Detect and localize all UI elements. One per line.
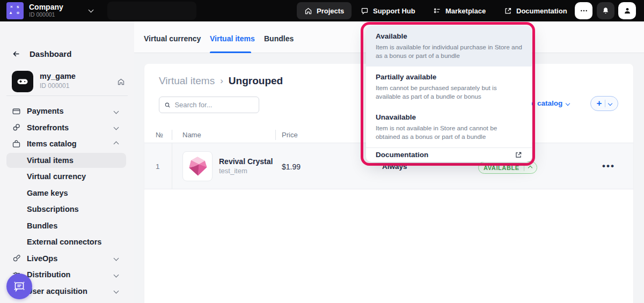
notifications-button[interactable] <box>597 2 614 19</box>
row-number: 1 <box>156 162 160 171</box>
storefronts-icon <box>12 123 21 132</box>
column-name: Name <box>182 131 201 139</box>
sidebar-item-external-connectors[interactable]: External connectors <box>0 234 134 250</box>
chevron-down-icon <box>114 108 119 114</box>
status-dropdown: Available Item is available for individu… <box>366 26 532 162</box>
search-icon <box>164 101 171 109</box>
row-actions-button[interactable]: ••• <box>602 161 615 172</box>
sidebar-item-bundles[interactable]: Bundles <box>0 218 134 234</box>
chevron-down-icon <box>608 101 612 106</box>
topbar-placeholder <box>107 2 196 20</box>
back-to-dashboard[interactable]: Dashboard <box>12 49 71 58</box>
highlight-annotation: Available Item is available for individu… <box>361 22 535 166</box>
option-available[interactable]: Available Item is available for individu… <box>366 26 532 66</box>
chevron-up-icon <box>114 141 119 146</box>
documentation-link[interactable]: Documentation <box>366 147 532 162</box>
project-avatar[interactable] <box>12 71 33 92</box>
marketplace-icon <box>433 7 441 15</box>
projects-button[interactable]: Projects <box>297 2 352 19</box>
sidebar-divider <box>6 95 128 96</box>
external-link-icon <box>504 7 512 15</box>
support-chat-button[interactable] <box>6 274 32 299</box>
support-hub-button[interactable]: Support Hub <box>353 2 423 19</box>
top-bar: ×s ▴o Company ID 000001 Projects Support… <box>0 0 644 21</box>
chevron-down-icon <box>114 289 119 294</box>
sidebar: Dashboard my_game ID 000001 Payments Sto… <box>0 21 134 303</box>
back-arrow-icon <box>12 49 21 58</box>
tab-virtual-currency[interactable]: Virtual currency <box>144 34 201 43</box>
chevron-down-icon <box>566 101 570 105</box>
search-box[interactable] <box>159 97 259 113</box>
project-name: my_game <box>40 72 76 80</box>
column-number: № <box>156 131 163 139</box>
sidebar-item-subscriptions[interactable]: Subscriptions <box>0 201 134 218</box>
breadcrumb-parent[interactable]: Virtual items <box>159 75 215 87</box>
item-sku: test_item <box>219 167 247 175</box>
tab-virtual-items[interactable]: Virtual items <box>210 34 255 43</box>
company-logo[interactable]: ×s ▴o <box>6 2 24 19</box>
project-home-icon[interactable] <box>117 78 125 86</box>
breadcrumb-current: Ungrouped <box>229 75 283 87</box>
back-label: Dashboard <box>30 49 71 58</box>
chevron-down-icon <box>114 272 119 277</box>
liveops-icon <box>12 254 21 263</box>
chevron-down-icon <box>114 125 119 130</box>
search-input[interactable] <box>174 101 254 109</box>
item-name: Revival Crystal <box>219 157 273 166</box>
crystal-image <box>186 154 209 178</box>
company-name: Company <box>29 3 63 11</box>
item-price: $1.99 <box>282 162 301 171</box>
option-unavailable[interactable]: Unavailable Item is not available in Sto… <box>366 107 532 147</box>
documentation-button[interactable]: Documentation <box>496 2 575 19</box>
gamepad-icon <box>16 75 29 88</box>
wallet-icon <box>12 106 21 116</box>
project-id: ID 000001 <box>40 82 69 90</box>
home-icon <box>304 7 312 15</box>
breadcrumb: Virtual items › Ungrouped <box>159 75 283 87</box>
marketplace-button[interactable]: Marketplace <box>426 2 493 19</box>
breadcrumb-separator: › <box>220 76 223 86</box>
chat-icon <box>361 7 369 15</box>
sidebar-item-virtual-currency[interactable]: Virtual currency <box>0 168 134 185</box>
chat-bubble-icon <box>11 278 27 294</box>
sidebar-item-game-keys[interactable]: Game keys <box>0 185 134 202</box>
option-partially-available[interactable]: Partially available Item cannot be purch… <box>366 66 532 107</box>
add-item-button[interactable]: + <box>590 96 618 111</box>
sidebar-item-items-catalog[interactable]: Items catalog <box>0 136 134 152</box>
sidebar-menu: Payments Storefronts Items catalog Virtu… <box>0 103 134 303</box>
sidebar-item-virtual-items[interactable]: Virtual items <box>0 152 134 169</box>
company-id: ID 000001 <box>29 11 55 18</box>
sidebar-item-liveops[interactable]: LiveOps <box>0 250 134 267</box>
column-price: Price <box>282 131 298 139</box>
item-image <box>182 151 213 181</box>
user-icon <box>623 6 632 15</box>
sidebar-item-storefronts[interactable]: Storefronts <box>0 120 134 136</box>
active-tab-underline <box>210 51 251 53</box>
catalog-icon <box>12 139 21 149</box>
more-button[interactable] <box>575 2 592 19</box>
chevron-down-icon <box>114 256 119 261</box>
more-icon <box>580 6 588 15</box>
bell-icon <box>602 7 610 15</box>
account-button[interactable] <box>618 2 636 19</box>
company-switcher-chevron-icon[interactable] <box>89 8 94 13</box>
sidebar-item-players[interactable]: Players <box>0 299 134 303</box>
tab-bundles[interactable]: Bundles <box>264 34 294 43</box>
plus-icon: + <box>597 98 602 109</box>
chevron-up-icon <box>528 165 532 169</box>
external-link-icon <box>515 151 522 159</box>
sidebar-item-payments[interactable]: Payments <box>0 103 134 120</box>
